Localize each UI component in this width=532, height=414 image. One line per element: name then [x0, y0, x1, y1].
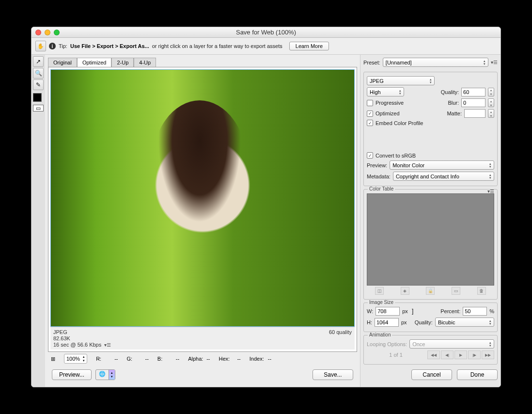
titlebar: Save for Web (100%)	[31, 27, 501, 38]
hand-tool-icon[interactable]: ✋	[35, 41, 46, 51]
foreground-color-swatch[interactable]	[33, 93, 42, 102]
image-size-group: Image Size W: px ] Percent: % H: px Q	[363, 303, 498, 332]
preview-mode-select[interactable]: Monitor Color▴▾	[390, 160, 494, 170]
slice-tool-icon[interactable]: ↗	[33, 56, 44, 67]
color-table-flyout-icon[interactable]: ▾☰	[487, 189, 494, 194]
toggle-slices-icon[interactable]: ▭	[33, 105, 44, 111]
ct-new-icon[interactable]: ▭	[452, 287, 460, 295]
browser-select[interactable]: 🌐 ▴▾	[95, 369, 115, 380]
progressive-checkbox[interactable]	[367, 100, 373, 106]
cancel-button[interactable]: Cancel	[411, 369, 452, 380]
zoom-select[interactable]: 100% ▴▾	[64, 354, 87, 364]
matte-swatch[interactable]	[464, 109, 485, 118]
embed-profile-label: Embed Color Profile	[376, 120, 423, 126]
blur-input[interactable]	[461, 98, 485, 107]
height-input[interactable]	[375, 318, 399, 327]
progressive-label: Progressive	[376, 100, 404, 106]
alpha-label: Alpha:	[188, 356, 206, 362]
ct-lock-icon[interactable]: 🔒	[426, 287, 435, 295]
blur-label: Blur:	[448, 100, 459, 106]
percent-input[interactable]	[463, 307, 487, 316]
done-button[interactable]: Done	[457, 369, 498, 380]
anim-last-icon: ▶▶	[482, 350, 494, 359]
save-for-web-window: Save for Web (100%) ✋ i Tip: Use File > …	[31, 27, 501, 387]
zoom-value: 100%	[66, 356, 80, 362]
width-input[interactable]	[376, 307, 400, 316]
info-icon: i	[49, 43, 56, 49]
anim-prev-icon: ◀|	[441, 350, 454, 359]
percent-label: Percent:	[440, 308, 460, 314]
color-table-buttons: ◫ ◈ 🔒 ▭ 🗑	[367, 286, 494, 296]
g-label: G:	[126, 356, 145, 362]
quality-spinner[interactable]: ▴▾	[488, 88, 494, 96]
r-label: R:	[96, 356, 114, 362]
learn-more-button[interactable]: Learn More	[289, 42, 329, 50]
quality-label: Quality:	[441, 89, 459, 95]
embed-profile-checkbox[interactable]	[367, 120, 373, 126]
grid-toggle-icon[interactable]: ⊞	[51, 356, 55, 362]
tab-original[interactable]: Original	[48, 58, 77, 67]
tab-2up[interactable]: 2-Up	[111, 58, 134, 67]
preview-button[interactable]: Preview...	[52, 369, 92, 380]
format-select[interactable]: JPEG▴▾	[367, 76, 435, 85]
preview-flyout-icon[interactable]: ▾☰	[104, 342, 111, 348]
metadata-select[interactable]: Copyright and Contact Info▴▾	[393, 172, 494, 181]
alpha-value: --	[206, 356, 210, 362]
matte-spinner[interactable]: ▴▾	[488, 109, 494, 118]
percent-unit: %	[489, 308, 494, 314]
tab-optimized[interactable]: Optimized	[77, 58, 112, 67]
optimized-checkbox[interactable]	[367, 111, 373, 117]
preview-image[interactable]	[50, 69, 355, 327]
ct-shift-icon[interactable]: ◈	[401, 287, 409, 295]
tool-palette: ↗ 🔍 ✎ ▭	[31, 55, 45, 387]
color-table-group: Color Table ▾☰ ◫ ◈ 🔒 ▭ 🗑	[363, 189, 498, 300]
looping-select: Once▴▾	[409, 339, 494, 349]
anim-next-icon: |▶	[468, 350, 481, 359]
hex-label: Hex:	[219, 356, 237, 362]
preset-select[interactable]: [Unnamed]▴▾	[383, 58, 488, 67]
color-table-legend: Color Table	[368, 186, 395, 191]
preset-flyout-icon[interactable]: ▾☰	[491, 60, 498, 65]
format-settings-group: JPEG▴▾ High▴▾ Quality: ▴▾ Progressive Bl…	[363, 72, 498, 186]
preview-filesize: 82.63K	[53, 335, 111, 341]
height-label: H:	[367, 319, 372, 325]
quality-input[interactable]	[461, 88, 485, 96]
preview-quality: 60 quality	[329, 329, 352, 348]
anim-first-icon: ◀◀	[427, 350, 440, 359]
metadata-label: Metadata:	[367, 174, 391, 179]
matte-label: Matte:	[447, 111, 462, 116]
ct-snap-icon[interactable]: ◫	[375, 287, 384, 295]
zoom-tool-icon[interactable]: 🔍	[33, 68, 44, 79]
tip-bar: ✋ i Tip: Use File > Export > Export As..…	[31, 38, 501, 55]
looping-label: Looping Options:	[367, 341, 407, 347]
index-value: --	[268, 356, 271, 362]
anim-play-icon: ▶	[454, 350, 467, 359]
resample-quality-select[interactable]: Bicubic▴▾	[435, 318, 494, 327]
color-table-box[interactable]	[367, 193, 494, 286]
convert-srgb-label: Convert to sRGB	[376, 153, 416, 159]
resample-quality-label: Quality:	[415, 319, 433, 325]
preview-mode-label: Preview:	[367, 162, 387, 168]
blur-spinner[interactable]: ▴▾	[488, 98, 494, 107]
tip-text-bold: Use File > Export > Export As...	[70, 43, 149, 49]
ct-trash-icon[interactable]: 🗑	[477, 287, 486, 295]
height-unit: px	[401, 319, 407, 325]
b-value: --	[176, 356, 179, 362]
window-title: Save for Web (100%)	[31, 29, 501, 36]
link-dimensions-icon[interactable]: ]	[410, 308, 415, 315]
tip-text: or right click on a layer for a faster w…	[152, 43, 282, 49]
eyedropper-tool-icon[interactable]: ✎	[33, 80, 44, 90]
settings-panel: Preset: [Unnamed]▴▾ ▾☰ JPEG▴▾ High▴▾ Qua…	[360, 55, 501, 387]
frame-counter: 1 of 1	[367, 352, 425, 358]
preview-download-time: 16 sec @ 56.6 Kbps	[53, 342, 101, 348]
b-label: B:	[157, 356, 176, 362]
tab-4up[interactable]: 4-Up	[134, 58, 156, 67]
convert-srgb-checkbox[interactable]	[367, 152, 373, 159]
width-unit: px	[402, 308, 408, 314]
image-size-legend: Image Size	[368, 300, 395, 305]
quality-preset-select[interactable]: High▴▾	[367, 87, 404, 96]
tip-label: Tip:	[59, 43, 67, 49]
hex-value: --	[237, 356, 240, 362]
save-button[interactable]: Save...	[313, 369, 353, 380]
r-value: --	[114, 356, 118, 362]
